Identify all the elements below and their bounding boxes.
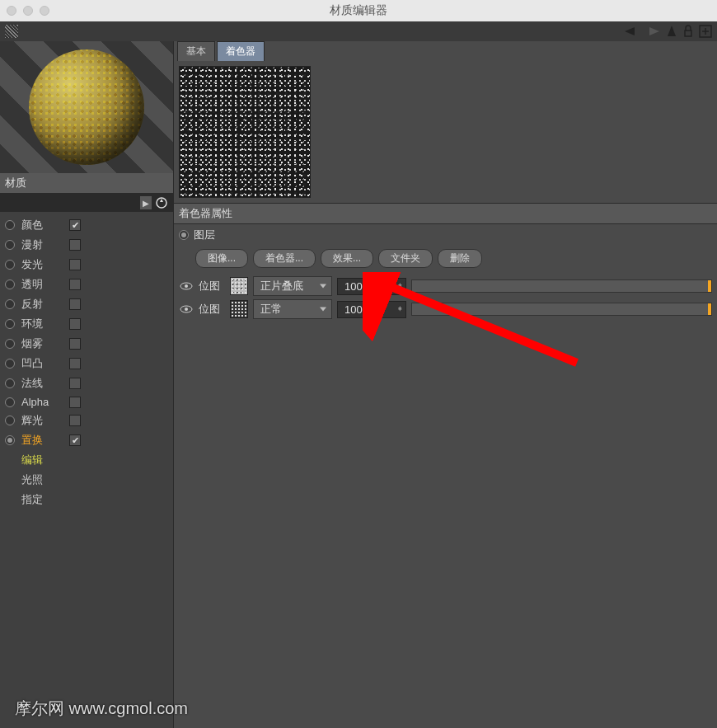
shader-button[interactable]: 着色器... [253,249,316,268]
svg-point-10 [185,284,188,288]
svg-marker-8 [160,199,163,202]
subitem-assign[interactable]: 指定 [0,490,173,510]
channel-displacement[interactable]: 置换 [0,430,173,450]
main-panel: 基本 着色器 着色器属性 图层 图像... 着色器... 效果... 文件夹 删… [173,41,717,728]
blend-mode-dropdown[interactable]: 正片叠底 [253,276,332,296]
material-preview[interactable] [0,41,173,173]
checkbox[interactable] [69,219,81,231]
layer-radio[interactable] [179,230,189,240]
subitem-illum[interactable]: 光照 [0,470,173,490]
channel-alpha[interactable]: Alpha [0,393,173,411]
arrow-right-dim-icon [644,26,661,37]
subitem-edit[interactable]: 编辑 [0,450,173,470]
layer-label: 图层 [194,228,215,242]
layer-thumb[interactable] [230,277,248,295]
texture-icon[interactable] [5,25,18,38]
delete-button[interactable]: 删除 [438,249,482,268]
layer-row-1[interactable]: 位图 正常 100 % [174,298,717,321]
tab-basic[interactable]: 基本 [177,41,215,61]
tab-bar: 基本 着色器 [174,41,717,61]
target-icon[interactable] [153,195,170,211]
checkbox[interactable] [69,298,81,310]
material-name-field[interactable]: ▶ [0,194,173,212]
channel-reflection[interactable]: 反射 [0,294,173,314]
channel-list: 颜色 漫射 发光 透明 反射 环境 烟雾 凹凸 法线 Alpha 辉光 置换 编… [0,212,173,510]
toolbar [0,21,717,41]
layer-thumb[interactable] [230,300,248,318]
svg-point-12 [185,308,188,311]
channel-environment[interactable]: 环境 [0,314,173,334]
dropdown-icon[interactable]: ▶ [140,196,152,209]
watermark: 摩尔网 www.cgmol.com [15,697,188,720]
channel-color[interactable]: 颜色 [0,215,173,235]
visibility-icon[interactable] [179,303,194,315]
opacity-slider[interactable] [411,303,712,316]
preview-sphere [29,49,144,165]
layer-name: 位图 [199,279,225,294]
material-label: 材质 [0,173,173,194]
zoom-traffic[interactable] [40,6,49,16]
channel-diffuse[interactable]: 漫射 [0,235,173,255]
layer-row-0[interactable]: 位图 正片叠底 100 % [174,275,717,298]
arrow-up-icon[interactable] [666,25,677,38]
checkbox[interactable] [69,338,81,350]
opacity-slider[interactable] [411,279,712,293]
channel-fog[interactable]: 烟雾 [0,334,173,354]
image-button[interactable]: 图像... [195,249,248,268]
checkbox[interactable] [69,434,81,446]
shader-properties-header: 着色器属性 [174,203,717,224]
layer-name: 位图 [199,302,225,317]
svg-marker-1 [649,27,659,35]
opacity-spinner[interactable]: 100 % [337,278,406,295]
opacity-spinner[interactable]: 100 % [337,301,406,318]
channel-bump[interactable]: 凹凸 [0,354,173,373]
svg-marker-2 [668,26,676,36]
minimize-traffic[interactable] [23,6,33,16]
checkbox[interactable] [69,259,81,270]
layer-radio-row: 图层 [174,224,717,246]
channel-glow[interactable]: 辉光 [0,411,173,430]
svg-marker-0 [625,27,635,35]
visibility-icon[interactable] [179,280,194,292]
effect-button[interactable]: 效果... [321,249,373,268]
tab-shader[interactable]: 着色器 [217,41,265,61]
close-traffic[interactable] [7,6,16,16]
folder-button[interactable]: 文件夹 [378,249,433,268]
checkbox[interactable] [69,279,81,290]
svg-rect-3 [685,31,691,36]
traffic-lights [7,6,49,16]
titlebar: 材质编辑器 [0,0,717,21]
new-icon[interactable] [699,25,712,38]
checkbox[interactable] [69,318,81,330]
checkbox[interactable] [69,397,81,408]
checkbox[interactable] [69,415,81,426]
channel-luminance[interactable]: 发光 [0,255,173,275]
lock-icon[interactable] [682,25,694,38]
sidebar: 材质 ▶ 颜色 漫射 发光 透明 反射 环境 烟雾 凹凸 法线 Alpha 辉光… [0,41,173,728]
shader-buttons: 图像... 着色器... 效果... 文件夹 删除 [174,246,717,275]
blend-mode-dropdown[interactable]: 正常 [253,299,332,319]
channel-normal[interactable]: 法线 [0,373,173,393]
window-title: 材质编辑器 [330,3,387,18]
arrow-left-icon[interactable] [623,26,640,37]
checkbox[interactable] [69,378,81,389]
checkbox[interactable] [69,239,81,251]
checkbox[interactable] [69,358,81,369]
channel-transparency[interactable]: 透明 [0,275,173,294]
shader-preview[interactable] [179,66,311,198]
